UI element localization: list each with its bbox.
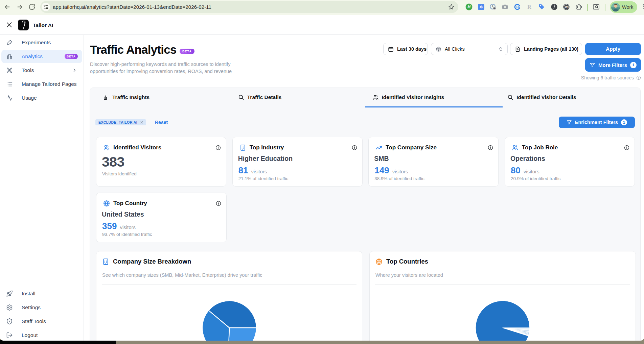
address-bar[interactable]: app.tailorhq.ai/analytics?startDate=2026… bbox=[40, 1, 458, 13]
info-icon[interactable] bbox=[215, 145, 221, 150]
back-icon bbox=[4, 3, 11, 10]
info-icon[interactable] bbox=[352, 145, 357, 150]
stat-card-title: Top Company Size bbox=[386, 144, 437, 151]
stat-card-title: Top Country bbox=[113, 200, 147, 207]
side-panel-search-icon[interactable] bbox=[592, 3, 600, 10]
sidebar-item-settings[interactable]: Settings bbox=[1, 301, 82, 314]
sidebar-item-label: Install bbox=[22, 291, 36, 297]
tab-identified-visitor-details[interactable]: Identified Visitor Details bbox=[503, 88, 640, 107]
enrichment-filters-button[interactable]: Enrichment Filters 1 bbox=[559, 117, 635, 128]
info-icon[interactable] bbox=[216, 201, 221, 206]
extension-camera-icon[interactable] bbox=[501, 3, 509, 10]
info-icon[interactable] bbox=[636, 75, 641, 80]
reset-link[interactable]: Reset bbox=[155, 120, 168, 125]
stat-number-label: visitors bbox=[251, 169, 267, 174]
page-description: Discover high-performing keywords and tr… bbox=[90, 61, 246, 75]
browser-profile-chip[interactable]: Work bbox=[610, 1, 637, 13]
stat-value: United States bbox=[102, 211, 144, 218]
sidebar-item-install[interactable]: Install bbox=[1, 287, 82, 300]
divider bbox=[375, 284, 630, 285]
shield-icon bbox=[6, 318, 13, 325]
profile-avatar bbox=[611, 3, 620, 11]
reload-button[interactable] bbox=[27, 2, 37, 12]
globe-icon bbox=[375, 258, 383, 265]
experiments-icon bbox=[6, 39, 13, 46]
tab-traffic-details[interactable]: Traffic Details bbox=[228, 88, 365, 107]
users-icon bbox=[103, 144, 110, 151]
extension-c-icon[interactable] bbox=[513, 3, 521, 10]
info-icon[interactable] bbox=[488, 145, 493, 150]
extension-needle-icon[interactable] bbox=[550, 3, 558, 10]
back-button[interactable] bbox=[2, 2, 12, 12]
stat-card-title: Top Industry bbox=[250, 144, 284, 151]
logout-icon bbox=[6, 332, 13, 339]
stat-value: Higher Education bbox=[238, 155, 293, 163]
sidebar-item-logout[interactable]: Logout bbox=[1, 328, 82, 341]
activity-icon bbox=[6, 95, 13, 101]
sidebar-item-label: Experiments bbox=[22, 40, 51, 46]
users-icon bbox=[512, 144, 519, 151]
page-title: Traffic Analytics bbox=[90, 43, 176, 56]
company-size-breakdown-card: Company Size Breakdown See which company… bbox=[96, 251, 362, 341]
sidebar-item-label: Usage bbox=[22, 95, 37, 101]
more-filters-button[interactable]: More Filters 1 bbox=[585, 58, 641, 72]
forward-button[interactable] bbox=[15, 2, 25, 12]
sidebar-item-staff-tools[interactable]: Staff Tools bbox=[1, 315, 82, 328]
tab-label: Identified Visitor Insights bbox=[382, 94, 444, 100]
stat-card-top-company-size: Top Company Size SMB 149 visitors 38.9% … bbox=[368, 137, 499, 187]
exclude-filter-label: EXCLUDE: TAILOR AI bbox=[98, 120, 137, 124]
sidebar-item-manage-tailored-pages[interactable]: Manage Tailored Pages bbox=[1, 77, 82, 91]
extension-m-icon[interactable]: M bbox=[465, 3, 473, 10]
apply-button[interactable]: Apply bbox=[585, 43, 641, 55]
gear-icon bbox=[6, 304, 13, 311]
more-filters-label: More Filters bbox=[598, 62, 627, 68]
users-icon bbox=[373, 94, 379, 100]
traffic-sources-note-text: Showing 6 traffic sources bbox=[581, 75, 634, 80]
search-icon bbox=[238, 94, 244, 100]
chevrons-up-down-icon bbox=[498, 46, 504, 52]
funnel-icon bbox=[590, 62, 595, 68]
remove-filter-icon[interactable] bbox=[140, 121, 143, 124]
tools-icon bbox=[6, 67, 13, 74]
svg-text:M: M bbox=[467, 5, 470, 9]
sidebar: Experiments Analytics BETA Tools bbox=[0, 35, 84, 341]
url-text[interactable]: app.tailorhq.ai/analytics?startDate=2026… bbox=[53, 4, 211, 10]
extension-r-icon[interactable]: R bbox=[526, 3, 533, 10]
sidebar-item-analytics[interactable]: Analytics BETA bbox=[1, 50, 82, 63]
date-range-button[interactable]: Last 30 days bbox=[383, 43, 428, 55]
stat-card-top-job-role: Top Job Role Operations 80 visitors 20.9… bbox=[505, 137, 635, 187]
stat-value: Operations bbox=[510, 155, 545, 163]
site-settings-button[interactable] bbox=[42, 3, 50, 11]
browser-window: app.tailorhq.ai/analytics?startDate=2026… bbox=[0, 0, 644, 341]
clicks-filter-select[interactable]: All Clicks bbox=[431, 43, 508, 55]
extensions-puzzle-icon[interactable] bbox=[575, 3, 582, 10]
extension-clock-lock-icon[interactable] bbox=[489, 3, 497, 10]
tab-label: Traffic Insights bbox=[112, 94, 150, 100]
sidebar-item-experiments[interactable]: Experiments bbox=[1, 36, 82, 49]
analytics-section: Traffic Insights Traffic Details Identif… bbox=[90, 88, 641, 341]
bookmark-star-icon[interactable] bbox=[448, 4, 455, 11]
extension-w-icon[interactable]: W bbox=[562, 3, 570, 10]
divider bbox=[102, 284, 356, 285]
sidebar-item-usage[interactable]: Usage bbox=[1, 91, 82, 105]
svg-text:✲: ✲ bbox=[479, 4, 483, 9]
tab-label: Traffic Details bbox=[247, 94, 282, 100]
stat-big-label: Visitors identified bbox=[102, 171, 137, 176]
sidebar-item-tools[interactable]: Tools bbox=[1, 64, 82, 77]
extension-tag-icon[interactable] bbox=[538, 3, 545, 10]
file-text-icon bbox=[515, 46, 521, 52]
extension-asterisk-icon[interactable]: ✲ bbox=[477, 3, 485, 10]
stat-footer: 20.9% of identified traffic bbox=[511, 176, 561, 181]
exclude-filter-chip[interactable]: EXCLUDE: TAILOR AI bbox=[95, 119, 146, 125]
tab-identified-visitor-insights[interactable]: Identified Visitor Insights bbox=[365, 88, 503, 107]
tab-traffic-insights[interactable]: Traffic Insights bbox=[90, 88, 228, 107]
sidebar-nav: Experiments Analytics BETA Tools bbox=[0, 36, 84, 105]
stat-footer: 38.9% of identified traffic bbox=[374, 176, 424, 181]
info-icon[interactable] bbox=[624, 145, 629, 150]
top-countries-card: Top Countries Where your visitors are lo… bbox=[369, 251, 636, 341]
pages-filter-button[interactable]: Landing Pages (all 130) bbox=[510, 43, 582, 55]
chart-subtitle: See which company sizes (SMB, Mid-Market… bbox=[102, 272, 262, 278]
chart-column-icon bbox=[103, 94, 109, 100]
stat-big-number: 383 bbox=[102, 154, 124, 170]
close-panel-button[interactable] bbox=[6, 22, 13, 28]
